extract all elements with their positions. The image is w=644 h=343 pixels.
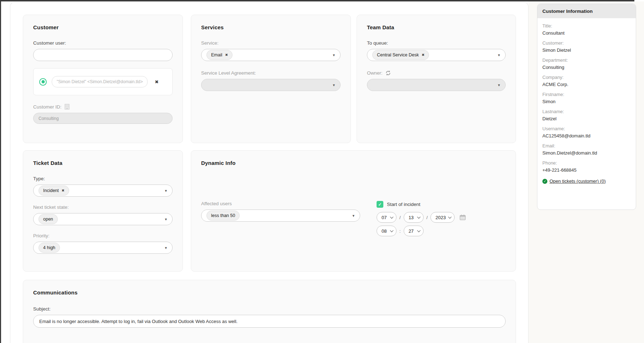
affected-users-pill: less than 50: [206, 211, 240, 221]
to-queue-select[interactable]: Central Service Desk ✖ ▾: [367, 49, 506, 61]
service-label: Service:: [201, 40, 341, 46]
start-year-select[interactable]: 2023: [431, 212, 454, 222]
field-label: Email:: [542, 143, 631, 148]
field-value: Consulting: [542, 65, 631, 70]
type-label: Type:: [33, 176, 173, 181]
customer-info-field-company: Company: ACME Corp.: [542, 75, 631, 87]
start-hour-select-wrap: 08: [377, 226, 397, 236]
field-value: Simon Dietzel: [542, 47, 631, 53]
type-pill: Incident ✖: [39, 186, 69, 196]
chevron-down-icon: ▾: [498, 53, 500, 57]
customer-info-field-email: Email: Simon.Dietzel@domain.tld: [542, 143, 631, 156]
services-card: Services Service: Email ✖ ▾ Service Leve…: [191, 15, 351, 143]
owner-label: Owner:: [367, 70, 383, 76]
open-tickets-check-icon: ✓: [542, 179, 547, 184]
customer-card: Customer Customer user: "Simon Dietzel" …: [23, 15, 183, 143]
start-of-incident-label: Start of incident: [387, 202, 420, 207]
subject-input[interactable]: [39, 318, 500, 324]
selected-customer-pill: "Simon Dietzel" <Simon.Dietzel@domain.tl…: [52, 76, 148, 87]
queue-pill: Central Service Desk ✖: [372, 50, 429, 60]
queue-pill-label: Central Service Desk: [377, 52, 419, 57]
priority-select[interactable]: 4 high ▾: [33, 242, 173, 254]
customer-user-label: Customer user:: [33, 40, 173, 46]
chevron-down-icon: ▾: [333, 53, 335, 57]
calendar-icon[interactable]: [460, 215, 466, 220]
next-state-select[interactable]: open ▾: [33, 213, 173, 225]
customer-info-field-lastname: Lastname: Dietzel: [542, 109, 631, 121]
dynamic-info-card-title: Dynamic Info: [201, 160, 506, 166]
subject-field: [33, 315, 506, 328]
start-month-select-wrap: 07: [377, 212, 397, 223]
service-pill: Email ✖: [206, 50, 232, 60]
customer-id-label: Customer ID:: [33, 104, 62, 110]
subject-label: Subject:: [33, 306, 506, 312]
communications-card: Communications Subject:: [23, 280, 516, 343]
field-value: Consultant: [542, 30, 631, 36]
open-tickets-link[interactable]: Open tickets (customer) (0): [550, 178, 606, 184]
customer-info-field-username: Username: AC125458@domain.tld: [542, 126, 631, 138]
customer-info-field-phone: Phone: +49-221-668845: [542, 160, 631, 173]
customer-info-field-customer: Customer: Simon Dietzel: [542, 40, 631, 53]
start-day-select[interactable]: 13: [404, 212, 423, 222]
start-hour-select[interactable]: 08: [377, 226, 396, 236]
field-value: ACME Corp.: [542, 82, 631, 87]
chevron-down-icon: ▾: [352, 214, 354, 218]
next-state-label: Next ticket state:: [33, 205, 173, 210]
refresh-owner-icon[interactable]: [385, 70, 391, 76]
date-separator: /: [399, 215, 401, 220]
field-label: Lastname:: [542, 109, 631, 114]
customer-information-panel: Customer Information Title: Consultant C…: [537, 4, 636, 210]
customer-info-field-title: Title: Consultant: [542, 23, 631, 36]
window-left-edge: [0, 0, 1, 343]
remove-type-button[interactable]: ✖: [62, 189, 65, 192]
priority-pill: 4 high: [39, 243, 60, 253]
field-value: Simon.Dietzel@domain.tld: [542, 150, 631, 156]
customer-info-field-department: Department: Consulting: [542, 57, 631, 70]
start-day-select-wrap: 13: [404, 212, 424, 223]
start-year-select-wrap: 2023: [430, 212, 455, 223]
communications-card-title: Communications: [33, 289, 506, 296]
services-card-title: Services: [201, 24, 341, 30]
type-pill-label: Incident: [43, 188, 59, 193]
state-pill: open: [39, 214, 58, 224]
priority-label: Priority:: [33, 233, 173, 238]
remove-customer-button[interactable]: ✖: [155, 79, 159, 85]
time-separator: :: [399, 228, 401, 234]
start-month-select[interactable]: 07: [377, 212, 396, 222]
affected-users-select[interactable]: less than 50 ▾: [201, 210, 360, 222]
chevron-down-icon: ▾: [165, 217, 167, 221]
type-select[interactable]: Incident ✖ ▾: [33, 185, 173, 197]
field-value: Dietzel: [542, 116, 631, 121]
priority-pill-label: 4 high: [43, 245, 55, 250]
building-icon[interactable]: [65, 104, 70, 110]
field-label: Username:: [542, 126, 631, 131]
selected-customer-radio-icon[interactable]: [39, 78, 47, 86]
dynamic-info-card: Dynamic Info Affected users less than 50…: [191, 150, 516, 272]
customer-card-title: Customer: [33, 24, 173, 30]
ticket-create-form: Customer Customer user: "Simon Dietzel" …: [10, 2, 528, 343]
field-label: Company:: [542, 75, 631, 80]
customer-info-field-firstname: Firstname: Simon: [542, 92, 631, 104]
sla-label: Service Level Agreement:: [201, 70, 341, 76]
field-value: AC125458@domain.tld: [542, 133, 631, 138]
selected-customer-box: "Simon Dietzel" <Simon.Dietzel@domain.tl…: [33, 68, 173, 95]
ticket-data-card-title: Ticket Data: [33, 160, 173, 166]
remove-service-button[interactable]: ✖: [225, 53, 228, 57]
field-label: Title:: [542, 23, 631, 29]
start-minute-select[interactable]: 27: [404, 226, 423, 236]
team-data-card-title: Team Data: [367, 24, 506, 30]
ticket-data-card: Ticket Data Type: Incident ✖ ▾ Next tick…: [23, 150, 183, 272]
customer-user-input[interactable]: [39, 52, 167, 58]
start-of-incident-checkbox[interactable]: ✓: [377, 201, 383, 208]
owner-select: ▾: [367, 79, 506, 91]
remove-queue-button[interactable]: ✖: [421, 53, 424, 57]
chevron-down-icon: ▾: [165, 246, 167, 250]
affected-users-pill-label: less than 50: [211, 213, 235, 218]
service-select[interactable]: Email ✖ ▾: [201, 49, 341, 61]
customer-id-value: Consulting: [39, 116, 59, 121]
field-label: Phone:: [542, 160, 631, 166]
field-label: Customer:: [542, 40, 631, 46]
service-pill-label: Email: [211, 52, 222, 57]
date-separator: /: [426, 215, 428, 220]
affected-users-label: Affected users: [201, 201, 360, 206]
